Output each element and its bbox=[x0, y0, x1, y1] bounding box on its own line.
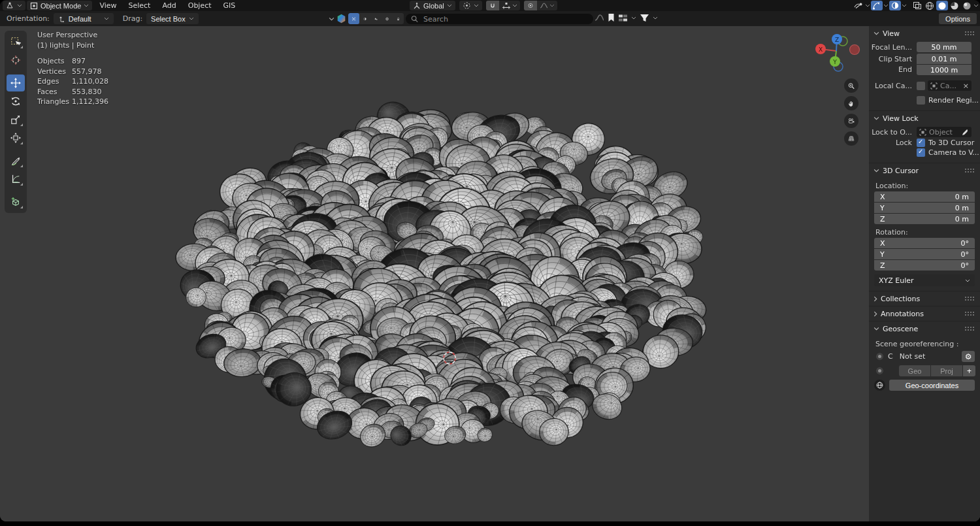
crs-settings-button[interactable]: ⚙ bbox=[962, 351, 975, 362]
drag-grip-icon[interactable] bbox=[965, 312, 975, 316]
proportional-falloff-dropdown[interactable] bbox=[537, 2, 557, 9]
eyedropper-icon[interactable] bbox=[962, 129, 969, 136]
drag-grip-icon[interactable] bbox=[965, 297, 975, 301]
tool-annotate[interactable] bbox=[7, 152, 25, 169]
shading-material-button[interactable] bbox=[949, 1, 960, 10]
clip-end-field[interactable]: 1000 m bbox=[917, 65, 972, 75]
perspective-toggle-button[interactable] bbox=[844, 131, 858, 146]
render-region-checkbox[interactable] bbox=[917, 96, 925, 105]
proj-radio[interactable] bbox=[875, 367, 884, 375]
cursor-rotation-x[interactable]: X0° bbox=[874, 238, 975, 248]
section-3d-cursor-header[interactable]: 3D Cursor bbox=[869, 163, 980, 178]
clip-start-field[interactable]: 0.01 m bbox=[917, 54, 972, 64]
tool-scale[interactable] bbox=[7, 111, 25, 128]
cursor-location-z[interactable]: Z0 m bbox=[874, 214, 975, 224]
falloff-curve-button[interactable] bbox=[595, 14, 604, 22]
transform-orientation-dropdown[interactable]: Global bbox=[410, 1, 455, 10]
tool-add-primitive[interactable] bbox=[7, 193, 25, 210]
proj-button[interactable]: Proj bbox=[931, 365, 962, 376]
filter-icon[interactable] bbox=[640, 14, 649, 22]
search-input[interactable] bbox=[422, 14, 588, 24]
mode-selector[interactable]: Object Mode bbox=[27, 1, 92, 10]
brush-button[interactable] bbox=[393, 13, 404, 24]
options-button[interactable]: Options bbox=[939, 13, 977, 24]
axis-z-handle[interactable]: Z bbox=[832, 34, 842, 44]
globe-button[interactable] bbox=[382, 13, 393, 24]
geo-button[interactable]: Geo bbox=[899, 365, 930, 376]
show-overlays-toggle[interactable] bbox=[889, 1, 901, 10]
chevron-down-icon[interactable] bbox=[653, 16, 658, 20]
orientation-dropdown[interactable]: Default bbox=[54, 13, 114, 24]
clear-icon[interactable]: × bbox=[963, 82, 969, 90]
drag-grip-icon[interactable] bbox=[965, 327, 975, 331]
tool-measure[interactable] bbox=[7, 171, 25, 188]
drag-grip-icon[interactable] bbox=[965, 31, 975, 35]
object-visibility-dropdown[interactable] bbox=[853, 1, 864, 10]
cursor-rotation-z[interactable]: Z0° bbox=[874, 260, 975, 271]
chevron-down-icon[interactable] bbox=[973, 4, 979, 7]
cursor-location-y[interactable]: Y0 m bbox=[874, 203, 975, 213]
lock-to-cursor-checkbox[interactable] bbox=[917, 139, 925, 147]
axis-neg-x-handle[interactable] bbox=[850, 45, 860, 55]
snap-settings[interactable] bbox=[499, 2, 520, 10]
chevron-down-icon[interactable] bbox=[865, 4, 870, 7]
show-gizmos-toggle[interactable] bbox=[871, 1, 883, 10]
select-mode-button[interactable] bbox=[348, 13, 359, 24]
chevron-down-icon[interactable] bbox=[883, 4, 889, 7]
menu-object[interactable]: Object bbox=[182, 1, 218, 10]
drag-dropdown[interactable]: Select Box bbox=[146, 13, 199, 24]
editor-type-button[interactable] bbox=[3, 1, 25, 10]
chevron-down-icon[interactable] bbox=[902, 4, 907, 7]
camera-to-view-checkbox[interactable] bbox=[917, 148, 925, 157]
local-camera-checkbox[interactable] bbox=[917, 82, 925, 90]
tool-transform[interactable] bbox=[7, 129, 25, 146]
menu-add[interactable]: Add bbox=[156, 1, 182, 10]
section-view-header[interactable]: View bbox=[869, 26, 980, 41]
menu-view[interactable]: View bbox=[93, 1, 122, 10]
zoom-button[interactable] bbox=[844, 78, 858, 93]
proportional-edit-toggle[interactable] bbox=[524, 1, 537, 10]
snap-toggle[interactable] bbox=[486, 1, 499, 10]
rotation-mode-dropdown[interactable]: XYZ Euler bbox=[874, 274, 975, 286]
tool-move[interactable] bbox=[7, 74, 25, 91]
chevron-down-icon[interactable] bbox=[631, 16, 636, 20]
section-collections-header[interactable]: Collections bbox=[869, 291, 980, 306]
local-camera-field[interactable]: Ca... × bbox=[928, 80, 972, 91]
shading-solid-button[interactable] bbox=[936, 1, 948, 10]
menu-gis[interactable]: GIS bbox=[218, 1, 242, 10]
lock-object-placeholder: Object bbox=[929, 128, 959, 137]
display-settings-icon[interactable] bbox=[618, 14, 628, 22]
bookmark-icon[interactable] bbox=[608, 13, 615, 22]
axis-x-handle[interactable]: X bbox=[815, 44, 826, 54]
liquid-drops-button[interactable] bbox=[370, 13, 382, 24]
tool-select-box[interactable] bbox=[7, 33, 25, 50]
cursor-rotation-y[interactable]: Y0° bbox=[874, 249, 975, 259]
navigation-gizmo[interactable]: Z X Y bbox=[812, 33, 864, 76]
shading-wireframe-button[interactable] bbox=[924, 1, 936, 10]
geo-coordinates-button[interactable]: Geo-coordinates bbox=[889, 380, 975, 391]
pan-button[interactable] bbox=[844, 96, 858, 110]
section-geoscene-header[interactable]: Geoscene bbox=[869, 321, 980, 336]
shading-rendered-button[interactable] bbox=[961, 1, 973, 10]
viewport-scene[interactable] bbox=[0, 26, 980, 521]
xray-toggle[interactable] bbox=[911, 1, 923, 10]
drag-grip-icon[interactable] bbox=[965, 169, 975, 173]
pivot-point-dropdown[interactable] bbox=[459, 1, 482, 10]
material-ball-icon[interactable] bbox=[336, 14, 346, 24]
section-annotations-header[interactable]: Annotations bbox=[869, 306, 980, 321]
crs-radio[interactable] bbox=[875, 352, 884, 361]
chevron-down-icon[interactable] bbox=[329, 17, 335, 21]
search-box[interactable] bbox=[406, 14, 593, 24]
3d-viewport[interactable]: User Perspective (1) lights | Point Obje… bbox=[0, 26, 980, 521]
section-view-lock-header[interactable]: View Lock bbox=[869, 111, 980, 125]
camera-view-button[interactable] bbox=[844, 114, 858, 128]
tool-rotate[interactable] bbox=[7, 93, 25, 110]
focal-length-field[interactable]: 50 mm bbox=[917, 42, 972, 52]
contrast-sphere-button[interactable] bbox=[359, 13, 370, 24]
lock-object-field[interactable]: Object bbox=[917, 127, 972, 137]
add-crs-button[interactable]: + bbox=[963, 365, 975, 376]
cursor-location-x[interactable]: X0 m bbox=[874, 191, 975, 202]
menu-select[interactable]: Select bbox=[122, 1, 156, 10]
axis-y-handle[interactable]: Y bbox=[830, 56, 840, 67]
tool-cursor[interactable] bbox=[7, 52, 25, 69]
